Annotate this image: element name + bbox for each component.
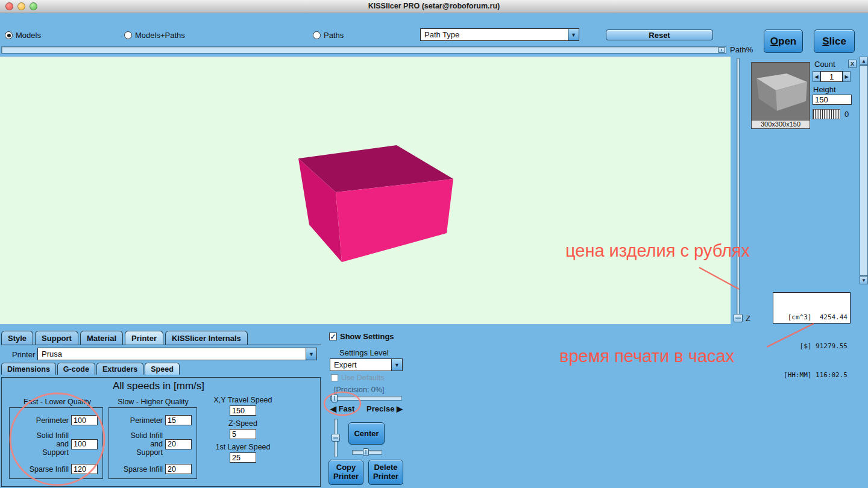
path-percent-slider-handle[interactable] bbox=[718, 47, 725, 53]
field-label: Perimeter bbox=[36, 416, 69, 425]
dropdown-arrow-icon: ▼ bbox=[568, 29, 579, 40]
slow-sparse-infill-input[interactable] bbox=[165, 464, 192, 474]
use-defaults-checkbox[interactable]: Use Defaults bbox=[331, 374, 385, 382]
path-percent-slider[interactable] bbox=[1, 46, 726, 54]
printer-value: Prusa bbox=[38, 348, 306, 360]
fast-solid-infill-input[interactable] bbox=[71, 439, 98, 449]
fast-perimeter-input[interactable] bbox=[71, 415, 98, 425]
model-thumbnail-box bbox=[752, 63, 810, 120]
field-label: Solid Infill and Support bbox=[31, 431, 69, 457]
stat-cost: [$] 91279.55 bbox=[776, 342, 848, 351]
slow-speed-group: Perimeter Solid Infill and Support Spars… bbox=[108, 407, 197, 479]
copy-printer-button[interactable]: Copy Printer bbox=[329, 460, 363, 485]
print-stats-box: [cm^3] 4254.44 [$] 91279.55 [HH:MM] 116:… bbox=[773, 292, 851, 324]
show-settings-label: Show Settings bbox=[340, 332, 394, 341]
radio-icon bbox=[5, 31, 13, 39]
time-annotation: время печати в часах bbox=[559, 346, 734, 366]
precision-slider-handle[interactable] bbox=[332, 394, 338, 402]
first-layer-speed-input[interactable] bbox=[230, 452, 256, 463]
model-thumbnail[interactable] bbox=[751, 62, 810, 120]
tab-style[interactable]: Style bbox=[1, 331, 33, 345]
path-type-dropdown[interactable]: Path Type ▼ bbox=[420, 28, 579, 41]
viewport-3d[interactable] bbox=[0, 57, 731, 324]
close-panel-button[interactable]: X bbox=[848, 60, 857, 68]
count-label: Count bbox=[814, 60, 835, 69]
z-slider[interactable] bbox=[737, 58, 740, 316]
radio-paths-label: Paths bbox=[324, 31, 344, 40]
count-increment-button[interactable]: ▶ bbox=[843, 71, 851, 82]
z-axis-label: Z bbox=[746, 314, 750, 323]
precision-slider[interactable] bbox=[330, 396, 402, 401]
tab-kisslicer-internals[interactable]: KISSlicer Internals bbox=[165, 331, 248, 345]
subtab-gcode[interactable]: G-code bbox=[57, 363, 95, 375]
price-annotation: цена изделия с рублях bbox=[565, 241, 750, 261]
scroll-up-button[interactable]: ▲ bbox=[860, 57, 868, 65]
open-button[interactable]: Open bbox=[764, 30, 803, 53]
radio-models-paths[interactable]: Models+Paths bbox=[124, 31, 185, 40]
field-label: Sparse Infill bbox=[124, 465, 163, 474]
settings-level-label: Settings Level bbox=[339, 348, 389, 357]
fast-end-label: ◀ Fast bbox=[330, 404, 354, 413]
use-defaults-label: Use Defaults bbox=[341, 374, 385, 382]
checkbox-box bbox=[331, 374, 338, 381]
fast-text: Fast bbox=[339, 404, 355, 413]
stat-time: [HH:MM] 116:02.5 bbox=[776, 371, 848, 380]
height-input[interactable] bbox=[813, 95, 852, 105]
title-bar: KISSlicer PRO (setar@roboforum.ru) bbox=[0, 0, 868, 13]
main-tab-bar: Style Support Material Printer KISSlicer… bbox=[1, 330, 321, 345]
path-type-value: Path Type bbox=[421, 29, 568, 40]
field-label: X,Y Travel Speed bbox=[213, 396, 272, 404]
travel-speed-column: X,Y Travel Speed Z-Speed 1st Layer Speed bbox=[203, 396, 283, 463]
center-button[interactable]: Center bbox=[348, 422, 385, 445]
model-box[interactable] bbox=[298, 144, 454, 263]
subtab-dimensions[interactable]: Dimensions bbox=[1, 363, 56, 375]
height-label: Height bbox=[813, 85, 836, 94]
reset-button[interactable]: Reset bbox=[606, 30, 713, 40]
vertical-adjust-slider-handle[interactable] bbox=[332, 434, 340, 442]
stat-volume: [cm^3] 4254.44 bbox=[776, 313, 848, 322]
subtab-extruders[interactable]: Extruders bbox=[96, 363, 143, 375]
radio-paths[interactable]: Paths bbox=[313, 31, 344, 40]
show-settings-checkbox[interactable]: ✓ Show Settings bbox=[329, 332, 394, 341]
z-slider-handle[interactable] bbox=[734, 314, 743, 322]
radio-models-paths-label: Models+Paths bbox=[135, 31, 185, 40]
fast-speed-group: Perimeter Solid Infill and Support Spars… bbox=[9, 407, 103, 479]
slice-button[interactable]: Slice bbox=[814, 30, 855, 53]
open-button-label: Open bbox=[770, 36, 796, 48]
field-label: Perimeter bbox=[130, 416, 163, 425]
printer-sub-tab-bar: Dimensions G-code Extruders Speed bbox=[1, 363, 180, 375]
radio-models[interactable]: Models bbox=[5, 31, 41, 40]
path-percent-label: Path% bbox=[730, 45, 753, 54]
subtab-speed[interactable]: Speed bbox=[145, 363, 180, 375]
count-decrement-button[interactable]: ◀ bbox=[813, 71, 820, 82]
xy-travel-speed-input[interactable] bbox=[230, 405, 256, 416]
delete-printer-button[interactable]: Delete Printer bbox=[368, 460, 403, 485]
z-speed-input[interactable] bbox=[230, 429, 256, 439]
mini-adjust-slider-handle[interactable] bbox=[363, 448, 369, 456]
radio-models-label: Models bbox=[16, 31, 41, 40]
slow-perimeter-input[interactable] bbox=[165, 415, 192, 425]
printer-dropdown[interactable]: Prusa ▼ bbox=[37, 348, 317, 360]
bed-size-label: 300x300x150 bbox=[751, 120, 810, 129]
tab-printer[interactable]: Printer bbox=[125, 331, 163, 345]
settings-level-value: Expert bbox=[330, 359, 391, 371]
slow-solid-infill-input[interactable] bbox=[165, 439, 192, 449]
count-input[interactable] bbox=[820, 71, 843, 82]
precise-text: Precise bbox=[366, 404, 394, 413]
tab-support[interactable]: Support bbox=[35, 331, 78, 345]
panel-scrollbar-track[interactable] bbox=[860, 65, 868, 276]
settings-level-dropdown[interactable]: Expert ▼ bbox=[330, 358, 403, 371]
field-label: Z-Speed bbox=[228, 419, 257, 428]
fast-sparse-infill-input[interactable] bbox=[71, 464, 98, 474]
tab-material[interactable]: Material bbox=[80, 331, 123, 345]
slice-button-label: Slice bbox=[822, 36, 846, 48]
radio-icon bbox=[313, 31, 321, 39]
dropdown-arrow-icon: ▼ bbox=[306, 348, 316, 360]
speed-panel-title: All speeds in [mm/s] bbox=[2, 380, 315, 392]
left-arrow-icon: ◀ bbox=[330, 404, 336, 413]
dropdown-arrow-icon: ▼ bbox=[391, 359, 402, 371]
precise-end-label: Precise ▶ bbox=[366, 404, 403, 413]
extruder-count-label: 0 bbox=[844, 110, 849, 119]
scroll-down-button[interactable]: ▼ bbox=[860, 276, 868, 284]
speed-panel: All speeds in [mm/s] Fast - Lower Qualit… bbox=[1, 377, 321, 487]
